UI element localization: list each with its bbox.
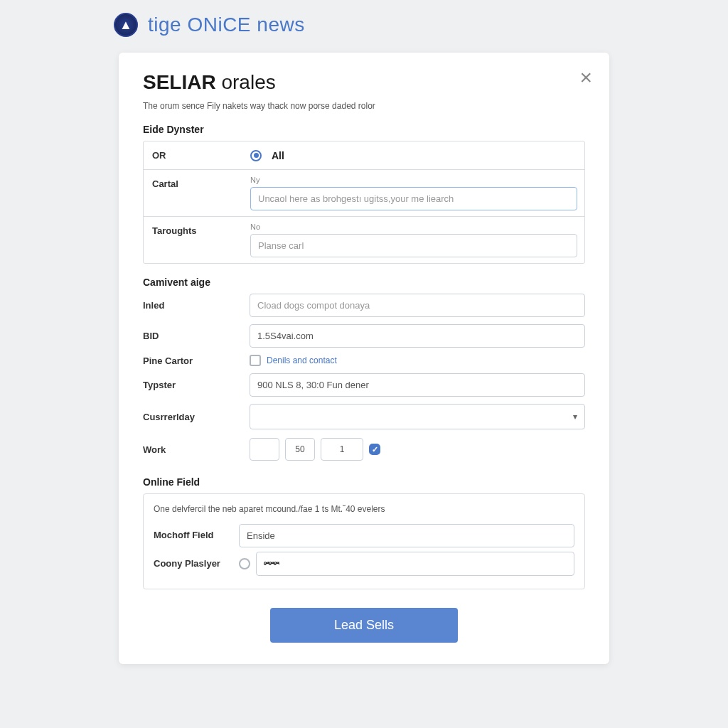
cartal-input[interactable] (250, 187, 577, 210)
inled-input[interactable] (250, 294, 585, 317)
label-taroughts: Taroughts (144, 217, 243, 263)
row-work: Work ✓ (143, 438, 585, 461)
label-mochoff: Mochoff Field (154, 530, 239, 542)
bid-input[interactable] (250, 324, 585, 348)
label-inled: Inled (143, 300, 250, 311)
content-or: All (243, 141, 584, 169)
pine-check-label: Denils and contact (267, 355, 337, 365)
signature-icon: ~~~ (264, 558, 279, 569)
section-eide-dynster: Eide Dynster (143, 124, 585, 135)
label-coony: Coony Plaslyer (154, 558, 239, 570)
label-or: OR (144, 141, 243, 169)
taroughts-input[interactable] (250, 234, 577, 257)
row-typster: Typster (143, 373, 585, 397)
sublabel-taroughts: No (250, 223, 577, 231)
section-online-field: Online Field (143, 476, 585, 488)
modal-title: SELIAR orales (143, 71, 585, 94)
row-or: OR All (144, 141, 584, 170)
row-cartal: Cartal Ny (144, 170, 584, 217)
label-currday: Cusrrerlday (143, 412, 250, 422)
sublabel-cartal: Ny (250, 176, 577, 184)
work-input-1[interactable] (250, 438, 279, 461)
row-mochoff: Mochoff Field (154, 524, 574, 547)
modal-title-light: orales (221, 71, 275, 93)
row-taroughts: Taroughts No (144, 217, 584, 263)
row-inled: Inled (143, 294, 585, 317)
work-input-2[interactable] (285, 438, 315, 461)
modal-title-bold: SELIAR (143, 71, 216, 93)
currday-dropdown[interactable] (250, 404, 585, 429)
row-pine: Pine Cartor Denils and contact (143, 355, 585, 366)
row-bid: BID (143, 324, 585, 348)
content-cartal: Ny (243, 170, 584, 216)
typster-input[interactable] (250, 373, 585, 397)
online-field-desc: One delvfercil the neb aparet mcound./fa… (154, 504, 574, 514)
lead-sells-button[interactable]: Lead Sells (270, 608, 458, 643)
content-taroughts: No (243, 217, 584, 263)
submit-area: Lead Sells (143, 608, 585, 643)
label-pine: Pine Cartor (143, 355, 250, 366)
coony-radio[interactable] (239, 558, 250, 569)
online-field-box: One delvfercil the neb aparet mcound./fa… (143, 493, 585, 589)
radio-all-label: All (272, 150, 284, 161)
radio-all[interactable] (250, 150, 262, 161)
modal-description: The orum sence Fily nakets way thack now… (143, 101, 585, 111)
label-bid: BID (143, 331, 250, 341)
section-camivent: Camivent aige (143, 277, 585, 288)
coony-input[interactable]: ~~~ (256, 552, 574, 576)
label-work: Work (143, 444, 250, 455)
mochoff-input[interactable] (239, 524, 574, 547)
header-title: tige ONiCE news (148, 14, 305, 36)
modal-dialog: × SELIAR orales The orum sence Fily nake… (119, 53, 609, 664)
work-input-3[interactable] (321, 438, 363, 461)
form-table-1: OR All Cartal Ny Taroughts No (143, 141, 585, 264)
pine-checkbox[interactable] (250, 355, 261, 366)
row-coony: Coony Plaslyer ~~~ (154, 552, 574, 576)
close-icon[interactable]: × (579, 67, 592, 88)
work-checkbox[interactable]: ✓ (369, 444, 380, 455)
label-cartal: Cartal (144, 170, 243, 216)
logo-icon: ▲ (114, 13, 138, 37)
row-currday: Cusrrerlday (143, 404, 585, 429)
label-typster: Typster (143, 380, 250, 390)
page-header: ▲ tige ONiCE news (0, 0, 728, 46)
